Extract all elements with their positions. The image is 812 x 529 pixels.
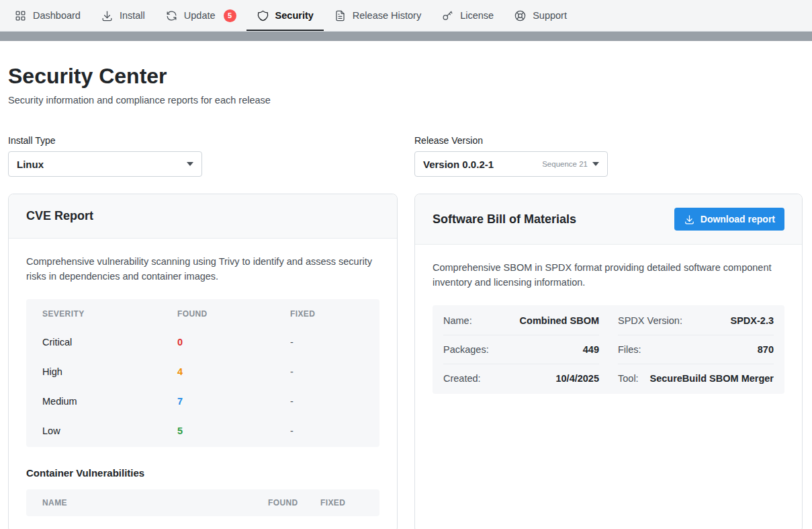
cve-report-header: CVE Report	[9, 194, 397, 239]
sbom-header: Software Bill of Materials Download repo…	[415, 194, 802, 245]
filters-row: Install Type Linux Release Version Versi…	[8, 135, 804, 177]
detail-value: 449	[583, 344, 599, 355]
detail-label: Name:	[443, 315, 472, 326]
refresh-icon	[165, 9, 178, 22]
severity-name: Low	[42, 425, 177, 436]
release-version-field: Release Version Version 0.0.2-1 Sequence…	[414, 135, 803, 177]
sbom-detail-created: Created: 10/4/2025	[443, 364, 599, 393]
sbom-detail-tool: Tool: SecureBuild SBOM Merger	[618, 364, 774, 393]
page-subtitle: Security information and compliance repo…	[8, 95, 804, 106]
download-report-button[interactable]: Download report	[674, 208, 784, 231]
download-report-label: Download report	[701, 214, 775, 225]
sbom-detail-spdx-version: SPDX Version: SPDX-2.3	[618, 307, 774, 335]
severity-table: SEVERITY FOUND FIXED Critical 0 - High 4…	[26, 299, 379, 447]
detail-label: Packages:	[443, 344, 489, 355]
install-type-field: Install Type Linux	[8, 135, 398, 177]
container-vulnerabilities-title: Container Vulnerabilities	[26, 467, 379, 479]
top-nav: Dashboard Install Update 5 Security Rele…	[0, 0, 812, 32]
table-row: Medium 7 -	[26, 386, 379, 416]
update-count-badge: 5	[224, 9, 236, 22]
nav-item-support[interactable]: Support	[504, 0, 577, 31]
sbom-detail-name: Name: Combined SBOM	[443, 307, 599, 335]
detail-value: SPDX-2.3	[731, 315, 774, 326]
shield-icon	[257, 9, 269, 22]
column-header-fixed: FIXED	[320, 498, 363, 507]
chevron-down-icon	[187, 162, 193, 166]
main-content: Security Center Security information and…	[0, 64, 812, 529]
nav-label: Install	[120, 10, 145, 21]
detail-label: Created:	[443, 373, 481, 384]
fixed-count: -	[290, 425, 363, 436]
severity-table-header: SEVERITY FOUND FIXED	[26, 300, 379, 327]
detail-label: Tool:	[618, 373, 639, 384]
cve-report-card: CVE Report Comprehensive vulnerability s…	[8, 194, 398, 529]
table-row: High 4 -	[26, 357, 379, 386]
release-version-label: Release Version	[414, 135, 803, 146]
detail-value: 10/4/2025	[555, 373, 599, 384]
detail-value: 870	[758, 344, 774, 355]
column-header-found: FOUND	[268, 498, 320, 507]
sbom-detail-files: Files: 870	[618, 335, 774, 364]
sbom-card: Software Bill of Materials Download repo…	[414, 194, 803, 529]
fixed-count: -	[290, 366, 363, 377]
header-scroll-band	[0, 32, 812, 41]
sbom-body: Comprehensive SBOM in SPDX format provid…	[415, 245, 802, 410]
found-count: 0	[177, 337, 290, 348]
column-header-name: NAME	[42, 498, 268, 507]
nav-item-release-history[interactable]: Release History	[324, 0, 431, 31]
severity-name: Critical	[42, 337, 177, 348]
container-vulnerabilities-table: NAME FOUND FIXED	[26, 489, 379, 516]
cve-report-body: Comprehensive vulnerability scanning usi…	[9, 239, 397, 529]
table-row: Low 5 -	[26, 416, 379, 446]
detail-value: Combined SBOM	[520, 315, 599, 326]
column-header-fixed: FIXED	[290, 309, 363, 319]
grid-icon	[14, 9, 27, 22]
release-version-extra: Sequence 21	[542, 160, 599, 168]
key-icon	[441, 9, 454, 22]
detail-label: SPDX Version:	[618, 315, 682, 326]
table-row: Critical 0 -	[26, 327, 379, 357]
container-vulnerabilities-header: NAME FOUND FIXED	[26, 489, 379, 516]
sbom-detail-packages: Packages: 449	[443, 335, 599, 364]
sequence-hint: Sequence 21	[542, 160, 588, 168]
fixed-count: -	[290, 396, 363, 407]
file-text-icon	[334, 9, 347, 22]
detail-label: Files:	[618, 344, 641, 355]
page-title: Security Center	[8, 64, 804, 89]
column-header-found: FOUND	[177, 309, 290, 319]
detail-value: SecureBuild SBOM Merger	[649, 373, 774, 384]
sbom-details-box: Name: Combined SBOM SPDX Version: SPDX-2…	[433, 305, 784, 394]
found-count: 7	[177, 396, 290, 407]
severity-name: Medium	[42, 396, 177, 407]
nav-item-license[interactable]: License	[431, 0, 504, 31]
nav-label: Dashboard	[33, 10, 81, 21]
install-type-value: Linux	[17, 159, 44, 170]
nav-label: License	[460, 10, 494, 21]
download-icon	[101, 9, 114, 22]
nav-item-install[interactable]: Install	[91, 0, 155, 31]
cve-report-title: CVE Report	[26, 209, 93, 223]
release-version-value: Version 0.0.2-1	[423, 159, 494, 170]
severity-name: High	[42, 366, 177, 377]
nav-label: Support	[533, 10, 567, 21]
column-header-severity: SEVERITY	[42, 309, 177, 319]
found-count: 4	[177, 366, 290, 377]
nav-item-dashboard[interactable]: Dashboard	[4, 0, 91, 31]
nav-item-security[interactable]: Security	[246, 0, 324, 31]
found-count: 5	[177, 425, 290, 436]
sbom-title: Software Bill of Materials	[433, 212, 576, 227]
nav-item-update[interactable]: Update 5	[155, 0, 246, 31]
cards-row: CVE Report Comprehensive vulnerability s…	[8, 194, 804, 529]
nav-label: Update	[184, 10, 216, 21]
download-icon	[684, 214, 695, 225]
fixed-count: -	[290, 337, 363, 348]
install-type-select[interactable]: Linux	[8, 151, 202, 177]
release-version-select[interactable]: Version 0.0.2-1 Sequence 21	[414, 151, 608, 177]
cve-report-description: Comprehensive vulnerability scanning usi…	[26, 255, 379, 284]
lifebuoy-icon	[514, 9, 527, 22]
install-type-label: Install Type	[8, 135, 398, 146]
nav-label: Security	[275, 10, 314, 21]
nav-label: Release History	[353, 10, 421, 21]
sbom-description: Comprehensive SBOM in SPDX format provid…	[433, 261, 784, 290]
chevron-down-icon	[592, 162, 599, 166]
